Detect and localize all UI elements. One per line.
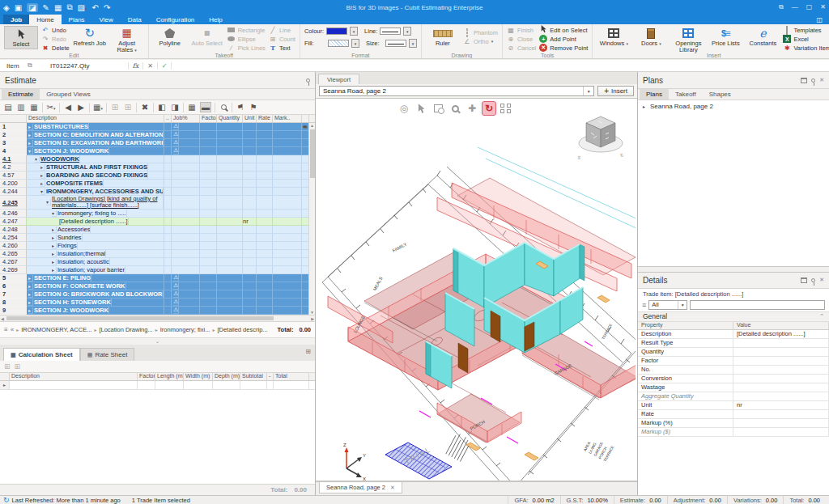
windows-button[interactable]: Windows ▾ [597, 26, 631, 48]
breadcrumb-item[interactable]: [Location Drawing... [99, 326, 152, 333]
pin-icon[interactable] [306, 78, 310, 83]
tab-shapes[interactable]: Shapes [703, 89, 738, 100]
insert-plan-button[interactable]: +Insert [597, 86, 634, 96]
close-icon[interactable]: ✕ [819, 77, 824, 83]
breadcrumb-back-icon[interactable]: « [11, 326, 14, 333]
variation-item-button[interactable]: ✱Variation Item [783, 44, 829, 52]
property-row[interactable]: No. [638, 366, 829, 375]
close-icon[interactable]: ✕ [819, 277, 824, 283]
split-view-icon[interactable]: ⊞ [305, 348, 311, 355]
grid-add2-icon[interactable]: ⊞ [123, 103, 133, 112]
details-search-input[interactable] [690, 300, 825, 310]
tab-data[interactable]: Data [121, 15, 149, 24]
openings-library-button[interactable]: Openings Library [671, 26, 705, 54]
estimate-row[interactable]: 6 ▸SECTION F: CONCRETE WORK ⚠ [0, 282, 315, 290]
estimate-row[interactable]: 4.57 ▸BOARDING AND SECOND FIXINGS [0, 172, 315, 180]
flag-forward-icon[interactable]: ⚑ [249, 103, 258, 112]
calc-grid2-icon[interactable]: ⊞ [15, 362, 21, 371]
confirm-entry-icon[interactable]: ✓ [157, 62, 172, 70]
tab-calculation-sheet[interactable]: ▦Calculation Sheet [3, 348, 80, 361]
property-row[interactable]: Aggregate Quantity [638, 392, 829, 401]
estimate-row[interactable]: 4.260 ▸Fixings [0, 242, 315, 250]
grid-add-icon[interactable]: ⊞ [110, 103, 120, 112]
add-point-button[interactable]: +Add Point [539, 35, 588, 43]
col-job-pct[interactable]: Job% [172, 115, 200, 122]
calc-col-subtotal[interactable]: Subtotal [240, 373, 267, 380]
property-row[interactable]: Wastage [638, 383, 829, 392]
calc-col-dash[interactable]: - [267, 373, 274, 380]
app-logo-icon[interactable]: ◈ [3, 3, 10, 12]
tab-plans[interactable]: Plans [62, 15, 92, 24]
refresh-job-button[interactable]: ↻ Refresh Job [73, 26, 107, 48]
estimate-row[interactable]: 9 ▸SECTION J: WOODWORK ⚠ [0, 307, 315, 315]
line-dropdown-icon[interactable]: ▾ [403, 27, 411, 36]
close-button[interactable]: ✕ [820, 3, 826, 11]
ruler-button[interactable]: Ruler [426, 26, 460, 48]
float-window-icon[interactable] [801, 78, 807, 83]
remove-point-button[interactable]: ✕Remove Point [539, 44, 588, 52]
estimate-row[interactable]: 4.267 ▸Insulation; acoustic [0, 258, 315, 266]
property-row[interactable]: Quantity [638, 348, 829, 357]
cell-reference[interactable]: IT012247.Qty [39, 62, 128, 70]
zoom-window-icon[interactable] [431, 101, 445, 116]
tab-view[interactable]: View [92, 15, 121, 24]
flag-back-icon[interactable]: ⚑ [236, 103, 245, 112]
estimate-row[interactable]: 5 ▸SECTION E: PILING ⚠ [0, 274, 315, 282]
finish-button[interactable]: ▦Finish [507, 26, 536, 34]
cancel-entry-icon[interactable]: ✕ [142, 62, 157, 70]
col-property[interactable]: Property [638, 322, 733, 329]
maximize-button[interactable]: ▢ [806, 3, 813, 11]
tab-job[interactable]: Job [3, 15, 29, 24]
viewport-bottom-tab[interactable]: Seanna Road, page 2 ✕ [319, 482, 402, 493]
plan-tree-item[interactable]: ▸ Seanna Road, page 2 [638, 100, 829, 110]
fill-swatch[interactable] [328, 40, 349, 47]
tab-grouped-views[interactable]: Grouped Views [40, 89, 97, 100]
search-icon[interactable] [219, 103, 228, 112]
tab-configuration[interactable]: Configuration [149, 15, 202, 24]
section-general[interactable]: General ⌃ [638, 311, 829, 322]
ribbon-display-icon[interactable]: ◫ [816, 16, 823, 23]
calc-col-depth[interactable]: Depth (m) [213, 373, 240, 380]
colour-dropdown-icon[interactable]: ▾ [350, 27, 358, 36]
pen-dropdown-icon[interactable]: ▨▾ [78, 3, 87, 12]
estimate-row[interactable]: 4.265 ▸Insulation;thermal [0, 250, 315, 258]
plan-selector-combo[interactable]: Seanna Road, page 2 ▼ [319, 86, 594, 96]
calc-col-width[interactable]: Width (m) [184, 373, 213, 380]
estimate-row[interactable]: 1 ▸SUBSTRUCTURES ⚠ [0, 123, 315, 131]
view-layout-icons[interactable] [500, 104, 512, 113]
grid-tool-icon[interactable]: ▦ [54, 3, 62, 12]
select-mode-icon[interactable]: ◪ [27, 3, 37, 12]
edit-on-select-button[interactable]: Edit on Select [539, 26, 588, 34]
undo-button[interactable]: ↶Undo [41, 26, 70, 34]
view-rows-icon[interactable]: ▦ [29, 103, 39, 112]
size-dropdown-icon[interactable]: ▾ [409, 39, 417, 48]
minimize-button[interactable]: — [792, 3, 798, 11]
calc-empty-row[interactable]: ▸ [0, 381, 315, 390]
col-rate[interactable]: Rate [257, 115, 273, 122]
redo-button[interactable]: ↷Redo [41, 35, 70, 43]
count-button[interactable]: ⊞Count [269, 35, 295, 43]
rotate-icon[interactable]: ↻ [482, 101, 496, 116]
property-row[interactable]: Result Type [638, 339, 829, 348]
col-unit[interactable]: Unit [243, 115, 257, 122]
rectangle-button[interactable]: Rectangle [227, 26, 266, 34]
property-row[interactable]: Factor [638, 357, 829, 366]
filter-combo[interactable]: All ▼ [648, 300, 687, 310]
table-view-icon[interactable]: ▦ [187, 103, 197, 112]
float-window-icon[interactable] [801, 277, 807, 283]
estimate-horizontal-scrollbar[interactable]: ◀▶ [0, 315, 315, 321]
property-row[interactable]: Conversion [638, 375, 829, 383]
viewport-canvas[interactable]: ◎ ✚ ↻ [316, 99, 637, 481]
constants-button[interactable]: e Constants [746, 26, 780, 48]
panel-splitter[interactable] [638, 266, 829, 273]
tab-estimate[interactable]: Estimate [2, 89, 40, 100]
estimate-row[interactable]: 4.244 ▾IRONMONGERY, ACCESSORIES AND SUND… [0, 188, 315, 196]
property-row[interactable]: Description [Detailed description ......… [638, 330, 829, 339]
view-menu-icon[interactable]: ▤ [3, 103, 13, 112]
delete-button[interactable]: ✖Delete [41, 44, 70, 52]
collapse-strip[interactable]: ⌄ [0, 337, 315, 345]
line-style-swatch[interactable] [380, 28, 401, 35]
estimate-row[interactable]: 4.247 [Detailed description ......] nr [0, 218, 315, 226]
tab-rate-sheet[interactable]: ▦Rate Sheet [80, 348, 135, 361]
calc-col-length[interactable]: Length (m) [155, 373, 184, 380]
